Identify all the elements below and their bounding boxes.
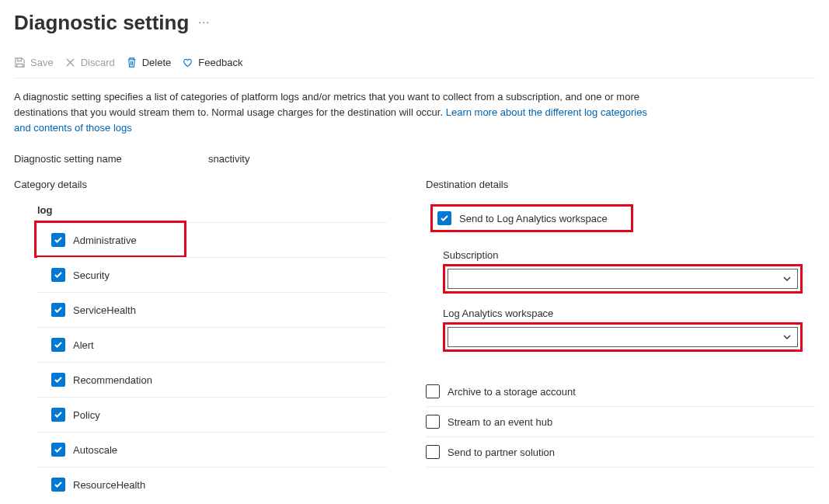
setting-name-value: snactivity <box>208 153 249 165</box>
dest-partner-checkbox[interactable] <box>426 445 440 459</box>
check-icon <box>54 340 63 349</box>
category-checkbox[interactable] <box>51 408 65 422</box>
dest-log-analytics-highlight: Send to Log Analytics workspace <box>430 204 633 232</box>
dest-eventhub-row: Stream to an event hub <box>426 407 815 437</box>
dest-archive-row: Archive to a storage account <box>426 377 815 407</box>
category-label: Alert <box>73 339 94 351</box>
category-row: Alert <box>37 327 387 362</box>
category-details-column: Category details log AdministrativeSecur… <box>14 179 426 502</box>
subscription-label: Subscription <box>443 249 803 261</box>
feedback-button[interactable]: Feedback <box>182 57 242 68</box>
category-row: ResourceHealth <box>37 467 387 502</box>
category-row: Autoscale <box>37 432 387 467</box>
workspace-highlight <box>443 322 803 352</box>
category-row: Recommendation <box>37 362 387 397</box>
category-row-inner: Policy <box>37 397 387 432</box>
category-row-inner: Administrative <box>37 222 387 257</box>
category-row-inner: Security <box>37 257 387 292</box>
subscription-select[interactable] <box>448 269 798 289</box>
chevron-down-icon <box>782 332 792 342</box>
category-row: Security <box>37 257 387 292</box>
page-header: Diagnostic setting ··· <box>14 0 815 49</box>
category-checkbox[interactable] <box>51 233 65 247</box>
category-row-inner: Alert <box>37 327 387 362</box>
setting-name-label: Diagnostic setting name <box>14 153 208 165</box>
chevron-down-icon <box>782 273 792 284</box>
category-label: Recommendation <box>73 374 152 386</box>
dest-eventhub-checkbox[interactable] <box>426 415 440 429</box>
check-icon <box>54 410 63 419</box>
dest-log-analytics-label: Send to Log Analytics workspace <box>459 213 608 224</box>
dest-log-analytics-block: Send to Log Analytics workspace Subscrip… <box>426 204 815 356</box>
category-label: Autoscale <box>73 444 117 456</box>
category-row: Administrative <box>37 222 387 257</box>
check-icon <box>54 480 63 489</box>
dest-archive-label: Archive to a storage account <box>448 386 576 398</box>
save-button[interactable]: Save <box>14 57 54 68</box>
category-checkbox[interactable] <box>51 303 65 317</box>
category-row-inner: Autoscale <box>37 432 387 467</box>
dest-archive-checkbox[interactable] <box>426 384 440 398</box>
check-icon <box>54 235 63 245</box>
discard-icon <box>64 57 76 68</box>
save-icon <box>14 57 26 68</box>
workspace-label: Log Analytics workspace <box>443 308 803 319</box>
category-label: Policy <box>73 409 100 421</box>
check-icon <box>54 375 63 384</box>
category-checkbox[interactable] <box>51 268 65 282</box>
dest-log-analytics-checkbox[interactable] <box>437 211 451 225</box>
check-icon <box>54 270 63 280</box>
category-row-inner: ResourceHealth <box>37 467 387 502</box>
category-label: Administrative <box>73 235 137 246</box>
dest-partner-row: Send to partner solution <box>426 437 815 468</box>
page-title: Diagnostic setting <box>14 11 189 35</box>
category-list: AdministrativeSecurityServiceHealthAlert… <box>37 222 387 502</box>
check-icon <box>54 305 63 315</box>
subscription-highlight <box>443 264 803 294</box>
delete-icon <box>126 57 138 68</box>
more-icon[interactable]: ··· <box>198 16 210 31</box>
category-checkbox[interactable] <box>51 373 65 387</box>
toolbar: Save Discard Delete Feedback <box>14 49 815 78</box>
category-label: ResourceHealth <box>73 479 145 491</box>
check-icon <box>440 214 449 223</box>
category-row-inner: ServiceHealth <box>37 292 387 327</box>
workspace-select[interactable] <box>448 327 798 347</box>
discard-button[interactable]: Discard <box>64 57 115 68</box>
setting-name-row: Diagnostic setting name snactivity <box>14 142 815 179</box>
destination-details-title: Destination details <box>426 179 815 190</box>
category-checkbox[interactable] <box>51 478 65 492</box>
category-row-inner: Recommendation <box>37 362 387 397</box>
intro-text: A diagnostic setting specifies a list of… <box>14 78 659 142</box>
category-label: Security <box>73 269 110 281</box>
dest-log-analytics-sub: Subscription Log Analytics workspace <box>430 232 810 356</box>
category-row: Policy <box>37 397 387 432</box>
dest-eventhub-label: Stream to an event hub <box>448 416 552 428</box>
log-heading: log <box>14 204 426 222</box>
category-checkbox[interactable] <box>51 443 65 457</box>
dest-partner-label: Send to partner solution <box>448 447 555 458</box>
category-details-title: Category details <box>14 179 426 190</box>
category-checkbox[interactable] <box>51 338 65 352</box>
check-icon <box>54 445 63 454</box>
delete-button[interactable]: Delete <box>126 57 172 68</box>
category-label: ServiceHealth <box>73 304 136 316</box>
category-row: ServiceHealth <box>37 292 387 327</box>
destination-details-column: Destination details Send to Log Analytic… <box>426 179 815 468</box>
heart-icon <box>182 57 193 68</box>
